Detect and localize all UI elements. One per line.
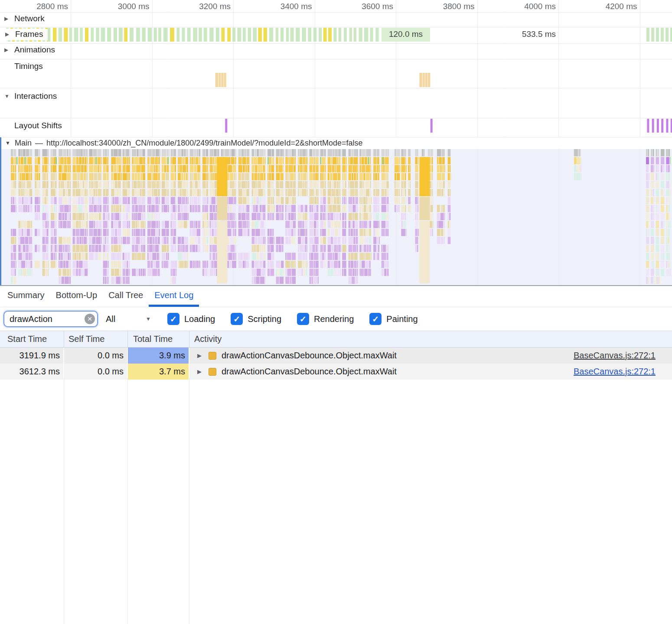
category-checkbox-rendering[interactable]: ✓Rendering [297, 313, 354, 325]
column-header-activity: Activity [189, 331, 672, 347]
checkbox-checked-icon[interactable]: ✓ [231, 313, 243, 325]
track-header-interactions[interactable]: ▼Interactions [4, 91, 57, 101]
track-header-network[interactable]: ▶Network [4, 14, 45, 23]
column-header-total-time: Total Time [128, 331, 189, 347]
category-label: Scripting [248, 314, 281, 324]
devtools-performance-panel: 2800 ms3000 ms3200 ms3400 ms3600 ms3800 … [0, 0, 672, 624]
main-track-url: http://localhost:34000/zh_CN/module/1800… [46, 139, 362, 148]
track-label-text: Layout Shifts [14, 121, 62, 130]
total-time-cell: 3.7 ms [128, 364, 189, 380]
frame-duration-label: 120.0 ms [382, 29, 430, 39]
category-label: Rendering [314, 314, 354, 324]
ruler-tick-label: 2800 ms [36, 2, 68, 11]
column-header-self-time: Self Time [64, 331, 128, 347]
checkbox-checked-icon[interactable]: ✓ [369, 313, 382, 325]
track-label-text: Timings [14, 62, 43, 71]
event-log-table-body: 3191.9 ms0.0 ms3.9 ms▶drawActionCanvasDe… [0, 348, 672, 380]
column-divider [127, 378, 128, 624]
track-header-frames[interactable]: ▶Frames [4, 29, 46, 40]
source-location-link[interactable]: BaseCanvas.js:272:1 [574, 351, 656, 361]
row-expand-icon[interactable]: ▶ [197, 368, 203, 375]
activity-cell: ▶drawActionCanvasDebounce.Object.maxWait… [189, 364, 672, 380]
tab-event-log[interactable]: Event Log [149, 286, 199, 307]
track-label-text: Frames [15, 29, 43, 39]
category-checkbox-loading[interactable]: ✓Loading [167, 313, 215, 325]
chevron-down-icon[interactable]: ▼ [5, 140, 11, 146]
checkbox-checked-icon[interactable]: ✓ [297, 313, 309, 325]
self-time-cell: 0.0 ms [64, 364, 128, 380]
total-time-cell: 3.9 ms [128, 348, 189, 364]
ruler-tick-label: 4000 ms [524, 2, 556, 11]
details-panel: SummaryBottom-UpCall TreeEvent Log ✕ All… [0, 285, 672, 624]
event-log-table-header: Start TimeSelf TimeTotal TimeActivity [0, 331, 672, 348]
checkbox-checked-icon[interactable]: ✓ [167, 313, 179, 325]
category-checkbox-painting[interactable]: ✓Painting [369, 313, 418, 325]
chevron-down-icon[interactable]: ▼ [4, 93, 10, 99]
main-track-label: Main [15, 139, 32, 148]
ruler-tick-label: 3800 ms [443, 2, 475, 11]
self-time-cell: 0.0 ms [64, 348, 128, 364]
chevron-right-icon[interactable]: ▶ [5, 31, 11, 37]
event-color-swatch-icon [209, 368, 216, 376]
ruler-tick-label: 3400 ms [281, 2, 312, 11]
column-header-start-time: Start Time [0, 331, 64, 347]
track-header-timings[interactable]: Timings [4, 62, 43, 71]
frame-duration-label: 533.5 ms [522, 29, 556, 39]
event-log-filter-bar: ✕ All ▼ ✓Loading✓Scripting✓Rendering✓Pai… [0, 307, 672, 331]
activity-name: drawActionCanvasDebounce.Object.maxWait [222, 351, 568, 361]
start-time-cell: 3612.3 ms [0, 364, 64, 380]
filter-input-wrap: ✕ [3, 311, 98, 327]
column-divider [64, 378, 64, 624]
column-divider [189, 378, 189, 624]
clear-filter-icon[interactable]: ✕ [85, 314, 95, 324]
ruler-tick-label: 3000 ms [118, 2, 150, 11]
category-filter-group: ✓Loading✓Scripting✓Rendering✓Painting [167, 313, 418, 325]
chevron-right-icon[interactable]: ▶ [4, 16, 10, 22]
track-label-text: Animations [14, 45, 55, 55]
ruler-tick-label: 3200 ms [199, 2, 231, 11]
event-log-row[interactable]: 3191.9 ms0.0 ms3.9 ms▶drawActionCanvasDe… [0, 348, 672, 364]
duration-filter-value: All [106, 314, 115, 324]
tab-call-tree[interactable]: Call Tree [103, 286, 149, 307]
filter-input[interactable] [3, 311, 98, 327]
row-expand-icon[interactable]: ▶ [197, 352, 203, 359]
track-label-text: Interactions [14, 91, 57, 101]
source-location-link[interactable]: BaseCanvas.js:272:1 [574, 367, 656, 377]
category-label: Painting [386, 314, 418, 324]
event-log-row[interactable]: 3612.3 ms0.0 ms3.7 ms▶drawActionCanvasDe… [0, 364, 672, 380]
activity-name: drawActionCanvasDebounce.Object.maxWait [222, 367, 568, 377]
chevron-right-icon[interactable]: ▶ [4, 47, 10, 53]
tab-summary[interactable]: Summary [2, 286, 50, 307]
track-label-text: Network [14, 14, 45, 23]
activity-cell: ▶drawActionCanvasDebounce.Object.maxWait… [189, 348, 672, 364]
event-color-swatch-icon [209, 352, 216, 360]
chevron-down-icon: ▼ [146, 316, 151, 322]
category-label: Loading [184, 314, 215, 324]
details-tab-bar: SummaryBottom-UpCall TreeEvent Log [0, 286, 672, 307]
track-header-animations[interactable]: ▶Animations [4, 45, 55, 55]
duration-filter-dropdown[interactable]: All ▼ [106, 314, 153, 324]
start-time-cell: 3191.9 ms [0, 348, 64, 364]
tab-bottom-up[interactable]: Bottom-Up [50, 286, 103, 307]
main-track-separator: — [35, 139, 43, 148]
track-header-layout-shifts[interactable]: Layout Shifts [4, 121, 62, 130]
ruler-tick-label: 4200 ms [606, 2, 637, 11]
main-thread-track-header[interactable]: ▼ Main — http://localhost:34000/zh_CN/mo… [0, 137, 672, 149]
ruler-tick-label: 3600 ms [362, 2, 393, 11]
category-checkbox-scripting[interactable]: ✓Scripting [231, 313, 281, 325]
